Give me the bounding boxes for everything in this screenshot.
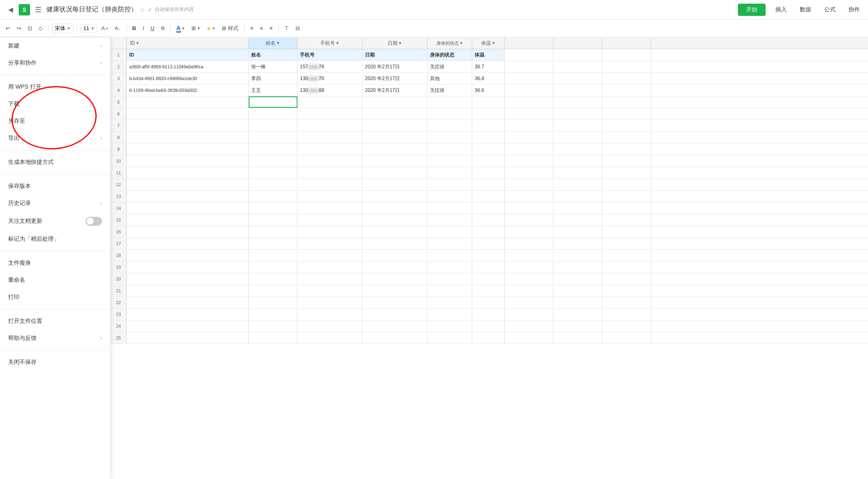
sidebar-item-follow-doc[interactable]: 关注文档更新 [0,212,110,231]
cell-17-G[interactable] [472,238,505,249]
cell-2-C[interactable]: 张一峰 [249,61,297,72]
cell-23-C[interactable] [249,309,297,320]
cell-15-H[interactable] [505,214,553,226]
cell-18-J[interactable] [602,250,651,261]
cell-13-E[interactable] [362,191,427,202]
cell-20-D[interactable] [297,273,362,285]
cell-4-B[interactable]: 6-1199-46ed-be69-3939c559d302 [127,85,249,96]
cell-5-B[interactable] [127,96,249,108]
cell-17-D[interactable] [297,238,362,249]
cell-3-H[interactable] [505,73,553,84]
undo-button[interactable]: ↩ [3,24,13,33]
cell-7-F[interactable] [427,120,472,131]
cell-20-I[interactable] [553,273,602,285]
align-left-button[interactable]: ≡ [248,24,256,33]
cell-14-J[interactable] [602,202,651,214]
cell-23-D[interactable] [297,309,362,320]
cell-9-H[interactable] [505,144,553,155]
border-button[interactable]: ⊞ ▼ [189,24,203,33]
cell-8-G[interactable] [472,132,505,143]
cell-13-C[interactable] [249,191,297,202]
cell-22-B[interactable] [127,297,249,308]
cell-8-B[interactable] [127,132,249,143]
cell-3-E[interactable]: 2020 年2月17日 [362,73,427,84]
italic-button[interactable]: I [140,24,147,33]
cell-3-F[interactable]: 其他 [427,73,472,84]
cell-18-B[interactable] [127,250,249,261]
cell-18-H[interactable] [505,250,553,261]
sidebar-item-new[interactable]: 新建 › [0,37,110,54]
cell-15-E[interactable] [362,214,427,226]
cell-1-H[interactable] [505,49,553,61]
hamburger-button[interactable]: ☰ [33,4,44,15]
cell-8-C[interactable] [249,132,297,143]
collaborate-menu[interactable]: 协作 [845,4,863,15]
follow-doc-toggle[interactable] [86,217,102,226]
back-button[interactable]: ◀ [5,4,16,15]
cell-7-B[interactable] [127,120,249,131]
font-decrease-button[interactable]: A- [112,24,123,33]
cell-7-D[interactable] [297,120,362,131]
cell-13-J[interactable] [602,191,651,202]
cell-6-C[interactable] [249,108,297,120]
cell-23-B[interactable] [127,309,249,320]
cell-18-I[interactable] [553,250,602,261]
sidebar-item-open-location[interactable]: 打开文件位置 [0,313,110,330]
cell-12-E[interactable] [362,179,427,190]
cell-19-C[interactable] [249,261,297,273]
cell-13-F[interactable] [427,191,472,202]
cell-8-I[interactable] [553,132,602,143]
cell-18-C[interactable] [249,250,297,261]
col-header-J[interactable] [602,37,651,49]
cell-21-E[interactable] [362,285,427,296]
cell-22-F[interactable] [427,297,472,308]
cell-16-H[interactable] [505,226,553,237]
cell-21-H[interactable] [505,285,553,296]
cell-3-I[interactable] [553,73,602,84]
cell-3-D[interactable]: 130●●●●70 [297,73,362,84]
cell-2-J[interactable] [602,61,651,72]
sidebar-item-share[interactable]: 分享和协作 › [0,54,110,72]
cell-6-F[interactable] [427,108,472,120]
bold-button[interactable]: B [130,24,139,33]
cell-14-D[interactable] [297,202,362,214]
cell-7-I[interactable] [553,120,602,131]
col-filter-D[interactable]: ▼ [336,41,339,45]
cell-7-H[interactable] [505,120,553,131]
sidebar-item-open-wps[interactable]: 用 WPS 打开 [0,78,110,96]
cell-21-C[interactable] [249,285,297,296]
cell-2-G[interactable]: 36.7 [472,61,505,72]
cell-19-G[interactable] [472,261,505,273]
cell-6-D[interactable] [297,108,362,120]
cell-23-I[interactable] [553,309,602,320]
cell-1-B[interactable]: ID [127,49,249,61]
cell-1-C[interactable]: 姓名 [249,49,297,61]
cell-16-F[interactable] [427,226,472,237]
cell-16-J[interactable] [602,226,651,237]
cell-3-G[interactable]: 36.8 [472,73,505,84]
menu-button[interactable]: S [18,3,31,16]
cell-10-B[interactable] [127,155,249,167]
cell-9-D[interactable] [297,144,362,155]
cell-10-C[interactable] [249,155,297,167]
font-increase-button[interactable]: A+ [99,24,111,33]
clear-button[interactable]: ◇ [36,24,45,33]
sidebar-item-help[interactable]: 帮助与反馈 › [0,330,110,347]
star-icon[interactable]: ☆ [140,7,145,13]
sidebar-item-download[interactable]: 下载 [0,96,110,113]
cell-19-D[interactable] [297,261,362,273]
cell-12-I[interactable] [553,179,602,190]
cell-3-C[interactable]: 李四 [249,73,297,84]
cell-2-E[interactable]: 2020 年2月17日 [362,61,427,72]
col-filter-C[interactable]: ▼ [276,41,280,45]
sidebar-item-save-as[interactable]: 另存至 [0,113,110,130]
cell-22-D[interactable] [297,297,362,308]
cell-23-G[interactable] [472,309,505,320]
col-header-C[interactable]: 姓名 ▼ [249,37,297,49]
cell-15-F[interactable] [427,214,472,226]
underline-button[interactable]: U [148,24,157,33]
fill-color-button[interactable]: ◈ ▼ [204,24,218,33]
cell-16-C[interactable] [249,226,297,237]
cell-22-E[interactable] [362,297,427,308]
cell-16-I[interactable] [553,226,602,237]
